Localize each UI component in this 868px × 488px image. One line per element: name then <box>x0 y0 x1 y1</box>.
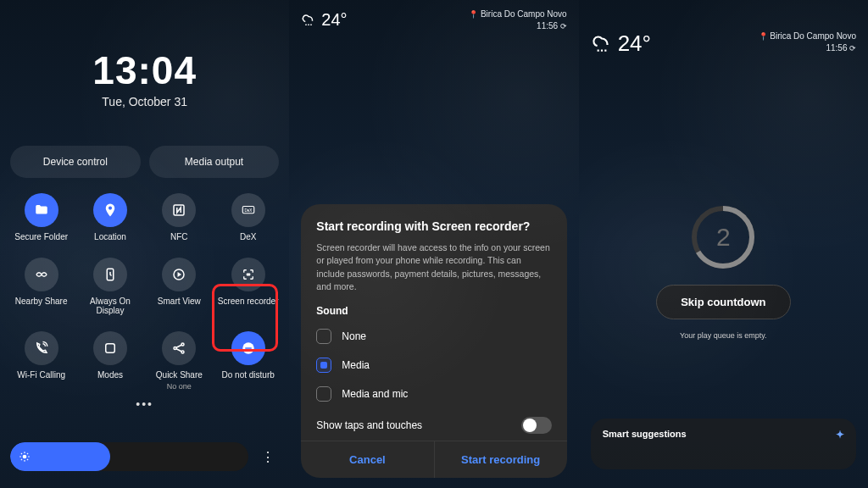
cancel-button[interactable]: Cancel <box>301 441 433 478</box>
taps-toggle-label: Show taps and touches <box>316 419 422 431</box>
tile-dex[interactable]: DeX DeX <box>217 193 279 242</box>
tile-secure-folder[interactable]: Secure Folder <box>10 193 72 242</box>
tile-sublabel: No one <box>167 382 192 391</box>
tile-location[interactable]: Location <box>79 193 141 242</box>
tile-label: Always On Display <box>79 297 141 316</box>
tile-label: DeX <box>240 232 256 242</box>
media-output-button[interactable]: Media output <box>149 146 280 178</box>
clock: 13:04 Tue, October 31 <box>0 47 289 108</box>
quick-share-icon <box>171 341 186 356</box>
tile-label: Smart View <box>158 297 201 307</box>
tile-screen-recorder[interactable]: Screen recorder <box>217 258 279 316</box>
do-not-disturb-icon <box>241 341 256 356</box>
phone-quick-settings: 13:04 Tue, October 31 Device control Med… <box>0 0 289 488</box>
wifi-calling-icon <box>34 341 49 356</box>
weather-widget[interactable]: 24° <box>301 8 347 31</box>
location-city: Birica Do Campo Novo <box>759 30 856 42</box>
svg-point-8 <box>174 347 176 349</box>
tile-label: Quick Share <box>156 370 203 380</box>
location-city: Birica Do Campo Novo <box>469 8 566 20</box>
tile-do-not-disturb[interactable]: Do not disturb <box>217 331 279 391</box>
phone-countdown: 24° Birica Do Campo Novo 11:56 2 Skip co… <box>579 0 868 488</box>
weather-widget[interactable]: 24° <box>591 30 651 57</box>
dialog-body: Screen recorder will have access to the … <box>316 241 551 293</box>
screen-recorder-icon <box>241 267 256 282</box>
temperature-value: 24° <box>321 10 347 30</box>
tile-label: Do not disturb <box>222 370 275 380</box>
brightness-icon <box>19 451 31 463</box>
temperature-value: 24° <box>618 30 651 57</box>
modes-icon <box>103 341 118 356</box>
phone-recorder-dialog: 24° Birica Do Campo Novo 11:56 Start rec… <box>289 0 578 488</box>
dex-icon: DeX <box>241 202 256 218</box>
smart-view-icon <box>171 267 186 282</box>
brightness-slider[interactable] <box>10 442 248 471</box>
option-label: None <box>342 330 366 342</box>
svg-point-13 <box>23 455 27 459</box>
folder-icon <box>34 202 49 218</box>
nearby-share-icon <box>34 267 49 282</box>
card-title: Smart suggestions <box>603 429 687 441</box>
dialog-title: Start recording with Screen recorder? <box>316 219 551 233</box>
skip-countdown-button[interactable]: Skip countdown <box>656 285 790 319</box>
radio-icon <box>316 386 331 402</box>
sound-option-media[interactable]: Media <box>316 351 551 380</box>
location-time: 11:56 <box>759 42 856 54</box>
radio-selected-icon <box>316 358 331 373</box>
smart-suggestions-card[interactable]: Smart suggestions ✦ <box>591 419 856 469</box>
svg-rect-7 <box>106 343 115 352</box>
sound-section-label: Sound <box>316 305 551 317</box>
option-label: Media <box>342 359 370 371</box>
always-on-display-icon <box>103 267 118 282</box>
tile-wifi-calling[interactable]: Wi-Fi Calling <box>10 331 72 391</box>
tile-label: Screen recorder <box>218 297 279 307</box>
clock-time: 13:04 <box>0 47 289 93</box>
sparkle-icon: ✦ <box>836 429 844 441</box>
radio-icon <box>316 329 331 344</box>
nfc-icon <box>171 202 186 218</box>
svg-text:DeX: DeX <box>244 208 252 213</box>
progress-ring-icon <box>689 203 757 271</box>
tile-label: Location <box>94 232 126 242</box>
sound-option-none[interactable]: None <box>316 322 551 351</box>
tile-modes[interactable]: Modes <box>79 331 141 391</box>
tile-label: Wi-Fi Calling <box>17 370 65 380</box>
svg-point-10 <box>181 351 184 353</box>
tile-label: Nearby Share <box>15 297 68 307</box>
screen-recorder-dialog: Start recording with Screen recorder? Sc… <box>301 204 566 478</box>
tile-always-on-display[interactable]: Always On Display <box>79 258 141 316</box>
svg-marker-5 <box>178 272 182 277</box>
tile-nearby-share[interactable]: Nearby Share <box>10 258 72 316</box>
device-control-button[interactable]: Device control <box>10 146 141 178</box>
more-menu-button[interactable]: ⋮ <box>257 446 279 468</box>
clock-date: Tue, October 31 <box>0 95 289 108</box>
svg-rect-6 <box>246 273 250 275</box>
quick-settings-grid: Secure Folder Location NFC DeX DeX Nearb… <box>0 178 289 396</box>
countdown-ring: 2 <box>689 203 757 271</box>
option-label: Media and mic <box>342 388 408 400</box>
queue-empty-label: Your play queue is empty. <box>680 331 767 340</box>
tile-quick-share[interactable]: Quick Share No one <box>148 331 210 391</box>
cloud-rain-icon <box>301 13 316 28</box>
tile-label: NFC <box>170 232 188 242</box>
tile-label: Secure Folder <box>14 232 68 242</box>
svg-point-9 <box>181 343 184 346</box>
tile-nfc[interactable]: NFC <box>148 193 210 242</box>
start-recording-button[interactable]: Start recording <box>435 441 567 478</box>
svg-rect-12 <box>245 347 252 349</box>
location-time: 11:56 <box>469 20 566 32</box>
taps-toggle[interactable] <box>521 417 552 434</box>
tile-smart-view[interactable]: Smart View <box>148 258 210 316</box>
page-indicator: ••• <box>0 397 289 411</box>
sound-option-media-mic[interactable]: Media and mic <box>316 380 551 408</box>
tile-label: Modes <box>97 370 123 380</box>
cloud-rain-icon <box>591 33 613 55</box>
location-pin-icon <box>103 202 118 218</box>
